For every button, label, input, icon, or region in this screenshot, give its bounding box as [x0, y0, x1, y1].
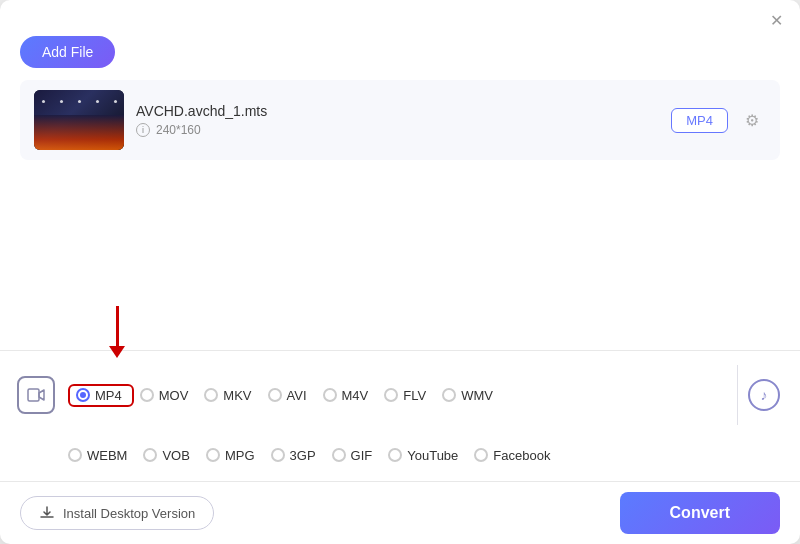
- radio-youtube: [388, 448, 402, 462]
- format-label-wmv: WMV: [461, 388, 493, 403]
- toolbar: Add File: [0, 36, 800, 80]
- radio-wmv: [442, 388, 456, 402]
- format-label-flv: FLV: [403, 388, 426, 403]
- radio-3gp: [271, 448, 285, 462]
- format-label-m4v: M4V: [342, 388, 369, 403]
- format-option-mkv[interactable]: MKV: [204, 385, 267, 406]
- radio-mp4: [76, 388, 90, 402]
- format-label-mov: MOV: [159, 388, 189, 403]
- radio-avi: [268, 388, 282, 402]
- format-option-webm[interactable]: WEBM: [68, 445, 143, 466]
- format-label-3gp: 3GP: [290, 448, 316, 463]
- format-panel: MP4 MOV MKV AVI: [0, 350, 800, 481]
- format-label-webm: WEBM: [87, 448, 127, 463]
- format-option-m4v[interactable]: M4V: [323, 385, 385, 406]
- format-option-youtube[interactable]: YouTube: [388, 445, 474, 466]
- radio-webm: [68, 448, 82, 462]
- format-option-mov[interactable]: MOV: [140, 385, 205, 406]
- format-option-mpg[interactable]: MPG: [206, 445, 271, 466]
- info-icon: i: [136, 123, 150, 137]
- format-label-vob: VOB: [162, 448, 189, 463]
- svg-rect-0: [28, 389, 39, 401]
- close-button[interactable]: ✕: [768, 12, 784, 28]
- settings-button[interactable]: ⚙: [738, 106, 766, 134]
- format-option-avi[interactable]: AVI: [268, 385, 323, 406]
- file-meta: i 240*160: [136, 123, 659, 137]
- format-option-facebook[interactable]: Facebook: [474, 445, 566, 466]
- format-divider: [737, 365, 738, 425]
- format-option-flv[interactable]: FLV: [384, 385, 442, 406]
- video-icon: [17, 376, 55, 414]
- format-label-facebook: Facebook: [493, 448, 550, 463]
- format-label-mp4: MP4: [95, 388, 122, 403]
- title-bar: ✕: [0, 0, 800, 36]
- convert-button[interactable]: Convert: [620, 492, 780, 534]
- radio-mkv: [204, 388, 218, 402]
- install-label: Install Desktop Version: [63, 506, 195, 521]
- radio-mpg: [206, 448, 220, 462]
- arrow-indicator: [109, 306, 125, 358]
- radio-m4v: [323, 388, 337, 402]
- format-label-gif: GIF: [351, 448, 373, 463]
- radio-facebook: [474, 448, 488, 462]
- download-icon: [39, 505, 55, 521]
- file-info: AVCHD.avchd_1.mts i 240*160: [136, 103, 659, 137]
- radio-vob: [143, 448, 157, 462]
- file-thumbnail: [34, 90, 124, 150]
- install-desktop-button[interactable]: Install Desktop Version: [20, 496, 214, 530]
- file-item: AVCHD.avchd_1.mts i 240*160 MP4 ⚙: [20, 80, 780, 160]
- file-actions: MP4 ⚙: [671, 106, 766, 134]
- format-options-row1: MP4 MOV MKV AVI: [68, 384, 733, 407]
- format-spacer: [14, 433, 58, 477]
- bottom-bar: Install Desktop Version Convert: [0, 481, 800, 544]
- audio-icon-container: ♪: [742, 373, 786, 417]
- app-window: ✕ Add File AVCHD.avchd_1.m: [0, 0, 800, 544]
- format-option-gif[interactable]: GIF: [332, 445, 389, 466]
- format-option-wmv[interactable]: WMV: [442, 385, 509, 406]
- format-row-1: MP4 MOV MKV AVI: [0, 361, 800, 429]
- file-resolution: 240*160: [156, 123, 201, 137]
- format-label-mkv: MKV: [223, 388, 251, 403]
- format-option-vob[interactable]: VOB: [143, 445, 205, 466]
- format-label-mpg: MPG: [225, 448, 255, 463]
- format-options-row2: WEBM VOB MPG 3GP: [68, 445, 737, 466]
- format-panel-inner: MP4 MOV MKV AVI: [0, 361, 800, 481]
- format-option-mp4[interactable]: MP4: [68, 384, 134, 407]
- radio-gif: [332, 448, 346, 462]
- format-label-youtube: YouTube: [407, 448, 458, 463]
- format-badge[interactable]: MP4: [671, 108, 728, 133]
- format-option-3gp[interactable]: 3GP: [271, 445, 332, 466]
- file-name: AVCHD.avchd_1.mts: [136, 103, 659, 119]
- add-file-button[interactable]: Add File: [20, 36, 115, 68]
- video-format-icon: [14, 373, 58, 417]
- audio-icon: ♪: [748, 379, 780, 411]
- format-label-avi: AVI: [287, 388, 307, 403]
- radio-mov: [140, 388, 154, 402]
- format-row-2: WEBM VOB MPG 3GP: [0, 429, 800, 481]
- radio-flv: [384, 388, 398, 402]
